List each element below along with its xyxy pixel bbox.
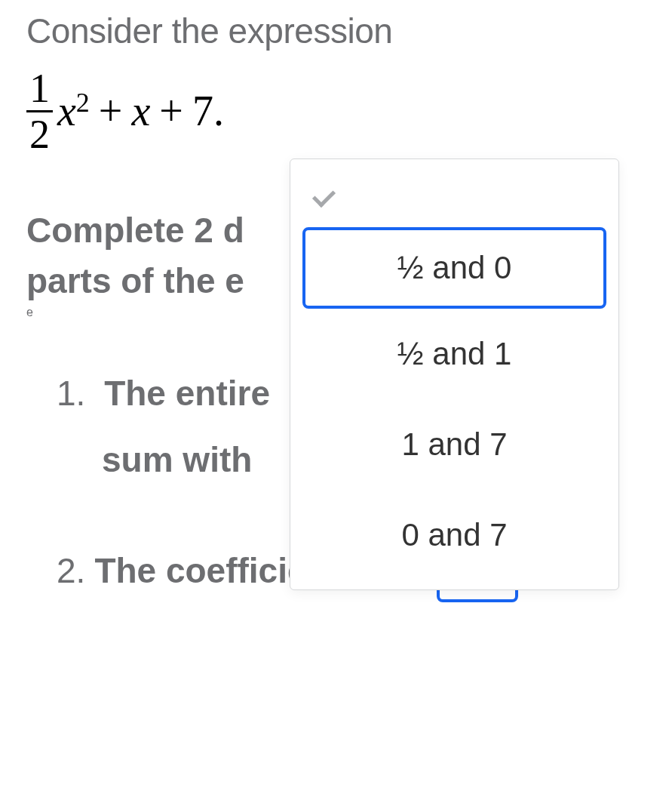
- fraction-one-half: 1 2: [26, 68, 53, 155]
- math-expression: 1 2 x 2 + x + 7 .: [26, 62, 672, 160]
- variable-x2: x: [131, 87, 150, 135]
- dropdown-option-4[interactable]: 0 and 7: [290, 490, 618, 580]
- q1-number: 1.: [57, 374, 85, 413]
- instruction-fragment-right: e: [26, 306, 33, 319]
- intro-text: Consider the expression: [26, 8, 672, 54]
- exponent-2: 2: [76, 87, 90, 118]
- q1-line1: The entire: [104, 374, 270, 413]
- dropdown-option-3[interactable]: 1 and 7: [290, 399, 618, 490]
- dropdown-option-1[interactable]: ½ and 0: [302, 227, 606, 309]
- check-icon: [315, 181, 345, 205]
- dropdown-option-2[interactable]: ½ and 1: [290, 309, 618, 399]
- plus-op-2: +: [150, 87, 192, 135]
- variable-x1: x: [57, 87, 76, 135]
- expression-period: .: [213, 87, 224, 135]
- q2-number: 2.: [57, 538, 85, 604]
- constant-7: 7: [192, 87, 213, 135]
- dropdown-selected-indicator-row[interactable]: [290, 159, 618, 227]
- fraction-denominator: 2: [29, 112, 50, 155]
- q1-line2: sum with: [102, 440, 252, 479]
- dropdown-options-panel[interactable]: ½ and 0 ½ and 1 1 and 7 0 and 7: [290, 158, 619, 590]
- math-terms: x 2 + x + 7 .: [57, 87, 224, 135]
- plus-op-1: +: [90, 87, 132, 135]
- fraction-numerator: 1: [26, 68, 53, 112]
